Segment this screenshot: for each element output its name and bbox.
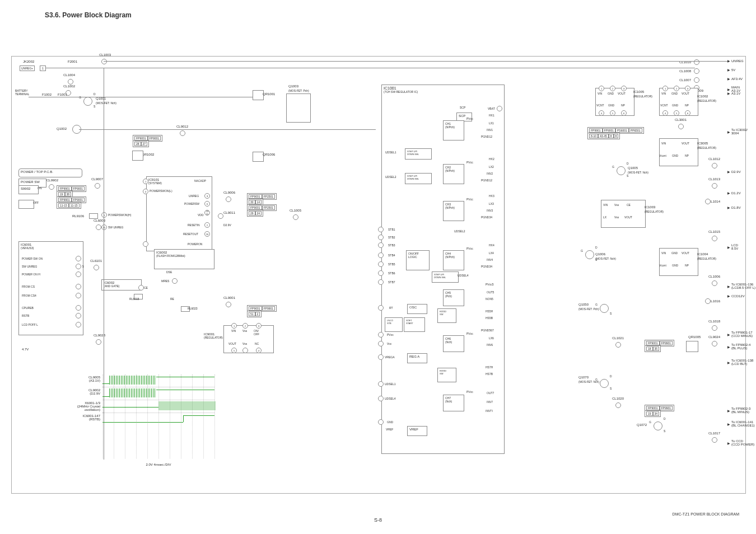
ic1003-lx: LX: [603, 216, 606, 219]
powerswon-h-label: POWERSWON(H): [108, 213, 131, 217]
cl1007-node: [694, 77, 699, 83]
qr1002-box: [132, 151, 143, 161]
ic1002-np: NP: [685, 104, 689, 107]
hs7b: HS7B: [486, 372, 493, 376]
fp9001-fp9001-pinsb: 2827: [133, 140, 149, 147]
ic9001-vin-lbl: VIN: [231, 329, 236, 332]
out-fp9901-17: ▶To FP9901-17 (CCD MINUS): [727, 331, 753, 338]
unreg-node: UNREG: [189, 194, 199, 198]
stb1: STB1: [388, 228, 395, 231]
s9902-label: S9902: [18, 185, 39, 194]
ic1005-pin6: 6: [621, 110, 627, 116]
q1006: G D S: [585, 250, 594, 260]
cl9902-label: CL9902: [46, 179, 58, 182]
ic9101-unreg-pin: 3: [204, 193, 210, 199]
ic1003-label: IC1003: [645, 205, 655, 209]
ch1-pvcc: PVcc: [466, 117, 473, 120]
q1005: G D S: [617, 166, 626, 176]
power-on-h: POWER ON H: [22, 273, 40, 276]
rl6015-label: RL6015: [129, 297, 139, 301]
cl1007: CL1007: [679, 78, 691, 82]
inv1: INV1: [487, 128, 493, 132]
ic1001-vcc: Vcc: [387, 342, 391, 345]
out-af34v: ▶AF3.4V: [727, 77, 743, 81]
cpureb-pin: [76, 305, 81, 311]
hx2: HX2: [489, 157, 494, 161]
ic1002-label: IC1002: [697, 95, 708, 98]
invti: INVTI: [486, 409, 493, 413]
cl1020-node: [615, 402, 621, 408]
q1001-sub: (MOS-FET: Nch): [96, 101, 116, 105]
lx2: LX2: [489, 165, 494, 168]
q1070-label: Q1070: [578, 376, 589, 379]
dse-label: DSE: [166, 270, 172, 274]
cl1015-node: [712, 236, 717, 241]
ce-pin: [138, 285, 144, 291]
pin-pswon-l: 4: [143, 189, 148, 194]
left-rail1: [29, 97, 253, 97]
cl9007-label: CL9007: [91, 177, 103, 181]
cl1008: CL1008: [679, 69, 691, 73]
cl1003-node: [101, 59, 107, 64]
ch5-box: CH5(Pch): [443, 289, 464, 306]
ic6001-psw-pin: [76, 256, 81, 261]
ic3005-sub: (REGULATOR): [697, 146, 716, 149]
inv7: INV7: [487, 400, 493, 404]
ic1002-gnd2: GND: [672, 104, 678, 107]
powersw-node: POWERSW: [184, 202, 199, 205]
resetin-pin: 2: [204, 222, 210, 228]
cl1014-node: [705, 199, 711, 204]
out-lcd85v: ▶LCD 8.5V: [727, 243, 745, 250]
ic1001-vcc-pin: [378, 341, 384, 346]
on-label: ON: [38, 186, 42, 190]
out-ic6001-136: ▶To IC6001-136 (LCD8.5 OFF L): [727, 283, 755, 289]
stb7-pin: [378, 279, 384, 285]
cl1002-label: CL1002: [63, 85, 75, 88]
ic1001-vref: VREF: [386, 428, 393, 431]
ic9001-onoff-lbl: ON/ OFF: [254, 329, 259, 336]
hx1: HX1: [489, 114, 494, 117]
rstb: RSTB: [22, 314, 29, 317]
ic1003-ce: CE: [627, 203, 631, 207]
cl1017-node: [712, 437, 717, 443]
ic1004-label: IC1004: [697, 252, 708, 256]
ic9001-vss-lbl: Vss: [242, 329, 247, 332]
power-sw-on: POWER SW ON: [22, 257, 43, 260]
f1001-label: F1001: [58, 93, 67, 96]
cl9012-node: [180, 130, 185, 136]
rood-sw1: ROOD SW: [437, 308, 456, 323]
p5: 5: [82, 265, 84, 268]
cl1021: CL1021: [612, 336, 624, 340]
ic1002-sub: (REGULATOR): [697, 99, 716, 102]
q1050: G S: [600, 304, 609, 313]
inv6: INV6: [487, 343, 493, 346]
ic1003-vin: VIN: [603, 203, 608, 207]
lx4: LX4: [489, 251, 494, 255]
stb5-pin: [378, 261, 384, 267]
ic1004-vin: VIN: [661, 251, 666, 255]
ic1001-gnd: GND: [387, 420, 393, 424]
q1072: G D S: [654, 421, 662, 431]
poweron-pin: [143, 241, 148, 247]
qr1001-label: QR1001: [263, 92, 275, 96]
nacadp-label: NACADP: [194, 179, 206, 182]
stb5: STB5: [388, 263, 395, 266]
cl9011-label: CL9011: [223, 211, 235, 214]
ch4-box: CH4(N/Pch): [443, 250, 464, 270]
fp9001-fp9901-pins2: 512: [247, 311, 262, 317]
ic3005-vcont: Vcont: [659, 154, 666, 157]
out-fp9902-3: ▶To FP9902-3 (BL MINUS): [727, 407, 750, 414]
cl9011-node: [218, 213, 223, 219]
ic1003-sub: (REGULATOR): [645, 210, 664, 213]
cl9024-node: [712, 341, 717, 346]
qr1005-box: [686, 341, 698, 352]
ic6002-flash: IC6002 (FLASH ROM/128Mbit): [154, 249, 214, 269]
ic9001-vout: 5: [231, 348, 237, 353]
cl6101-node: [94, 265, 99, 270]
out-d12v: ▶D1.2V: [727, 191, 741, 195]
ch6-box: CH6(Nch): [443, 335, 464, 352]
pin-nacadp: 1: [143, 179, 148, 184]
cl6101: CL6101: [90, 259, 102, 263]
from-cs: FROM CS: [22, 285, 35, 288]
diagram-area: JK2002 UNREG+ 1 F2001 CL1003 CL1004 BATT…: [11, 56, 746, 494]
